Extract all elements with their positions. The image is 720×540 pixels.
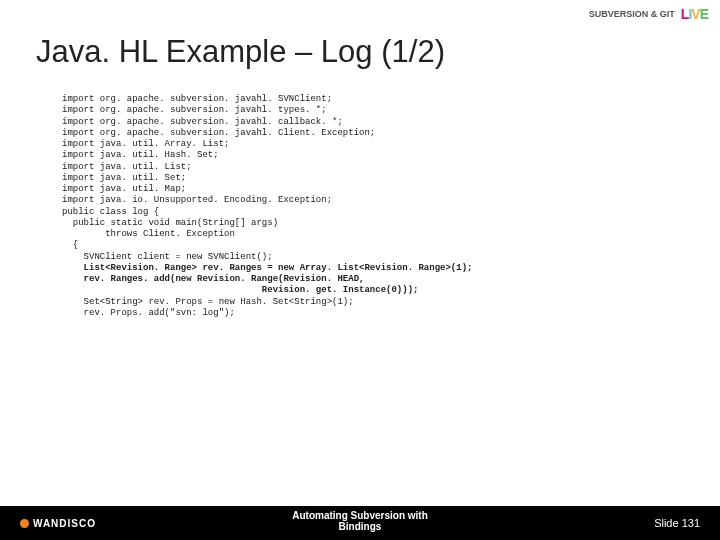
code-line: import java. util. Map;	[62, 184, 472, 195]
code-line: public class log {	[62, 207, 472, 218]
header-logo: SUBVERSION & GIT LIVE	[589, 6, 708, 22]
code-line: SVNClient client = new SVNClient();	[62, 252, 472, 263]
footer-brand-text: WANDISCO	[33, 518, 96, 529]
code-line: Revision. get. Instance(0)));	[62, 285, 472, 296]
code-line: public static void main(String[] args)	[62, 218, 472, 229]
live-e: E	[700, 6, 708, 22]
live-v: V	[691, 6, 699, 22]
footer-center-line2: Bindings	[292, 521, 428, 532]
code-line: import java. util. Hash. Set;	[62, 150, 472, 161]
page-title: Java. HL Example – Log (1/2)	[36, 34, 445, 70]
code-line: import java. util. Array. List;	[62, 139, 472, 150]
code-line: import org. apache. subversion. javahl. …	[62, 117, 472, 128]
code-line: import org. apache. subversion. javahl. …	[62, 128, 472, 139]
code-line: List<Revision. Range> rev. Ranges = new …	[62, 263, 472, 274]
code-line: throws Client. Exception	[62, 229, 472, 240]
code-line: import java. util. Set;	[62, 173, 472, 184]
code-block: import org. apache. subversion. javahl. …	[62, 94, 472, 319]
header-logo-text: SUBVERSION & GIT	[589, 9, 675, 19]
footer-bar: WANDISCO Automating Subversion with Bind…	[0, 506, 720, 540]
footer-center-line1: Automating Subversion with	[292, 510, 428, 521]
code-line: rev. Props. add("svn: log");	[62, 308, 472, 319]
code-line: import java. io. Unsupported. Encoding. …	[62, 195, 472, 206]
code-line: {	[62, 240, 472, 251]
code-line: rev. Ranges. add(new Revision. Range(Rev…	[62, 274, 472, 285]
footer-slide-number: Slide 131	[654, 517, 700, 529]
code-line: Set<String> rev. Props = new Hash. Set<S…	[62, 297, 472, 308]
footer-brand: WANDISCO	[20, 518, 96, 529]
code-line: import org. apache. subversion. javahl. …	[62, 105, 472, 116]
brand-dot-icon	[20, 519, 29, 528]
code-line: import org. apache. subversion. javahl. …	[62, 94, 472, 105]
live-badge: LIVE	[681, 6, 708, 22]
code-line: import java. util. List;	[62, 162, 472, 173]
footer-center: Automating Subversion with Bindings	[292, 510, 428, 532]
